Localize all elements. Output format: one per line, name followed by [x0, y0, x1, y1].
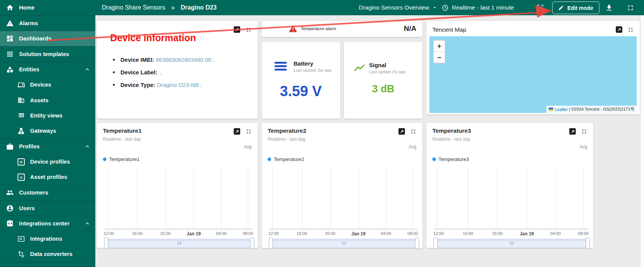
- timewindow-button[interactable]: Realtime - last 1 minute: [442, 0, 514, 15]
- fullscreen-icon[interactable]: [626, 3, 634, 12]
- legend-dot: [432, 158, 436, 161]
- scrollbar-right-handle[interactable]: [586, 238, 590, 249]
- sidebar-item-dashboards[interactable]: Dashboards: [0, 31, 95, 46]
- category-icon: [6, 66, 14, 73]
- export-icon[interactable]: [569, 128, 576, 135]
- battery-card: Battery Last update 2w ago 3.59 V: [262, 42, 340, 119]
- time-range-scrollbar[interactable]: [270, 239, 418, 248]
- chevron-up-icon: [84, 220, 91, 227]
- time-range-scrollbar[interactable]: [435, 239, 589, 248]
- sidebar-item-asset-profiles[interactable]: A Asset profiles: [0, 169, 95, 185]
- breadcrumb-root[interactable]: Dragino Share Sensors: [102, 0, 165, 15]
- temperature2-chart-card: Temperature2 Realtime - last day Avg Tem…: [262, 123, 422, 248]
- device-info-list: Device IMEI:863663062803490.00. Device L…: [112, 56, 214, 94]
- sidebar-item-integrations-center[interactable]: Integrations center: [0, 216, 95, 231]
- transform-icon: [18, 251, 25, 258]
- leaflet-link[interactable]: Leaflet: [555, 107, 567, 112]
- legend-item[interactable]: Temperature2: [268, 156, 304, 162]
- dashboard-state-label: Dragino Sensors Overview: [359, 4, 429, 11]
- export-icon[interactable]: [616, 26, 622, 33]
- map-zoom-out-button[interactable]: −: [434, 52, 445, 63]
- aggregation-label[interactable]: Avg: [580, 144, 587, 150]
- building-icon: [18, 97, 25, 104]
- temperature-alarm-card: Temperature alarm N/A: [262, 21, 422, 37]
- grid-icon: [6, 50, 14, 58]
- export-icon[interactable]: [234, 128, 240, 135]
- map-copyright: | ©2024 Tencent - GS(2023)1171号: [569, 106, 634, 112]
- sidebar-item-gateways[interactable]: Gateways: [0, 123, 95, 138]
- dashboard-icon: [6, 35, 14, 42]
- scrollbar-move-handle[interactable]: [270, 239, 418, 241]
- annotation-device-information: Device information: [110, 32, 196, 43]
- export-icon[interactable]: [398, 128, 405, 135]
- scrollbar-grip-icon: [510, 242, 514, 245]
- alarm-label: Temperature alarm: [301, 26, 336, 31]
- chart-timewindow: Realtime - last day: [103, 137, 141, 142]
- chart-title: Temperature2: [268, 127, 306, 134]
- timewindow-label: Realtime - last 1 minute: [452, 4, 514, 11]
- map-zoom-in-button[interactable]: +: [434, 40, 445, 52]
- sidebar-item-customers[interactable]: Customers: [0, 185, 95, 200]
- map-card: Tencent Map + − Leaflet | ©2024 Tencent …: [426, 21, 640, 114]
- aggregation-label[interactable]: Avg: [244, 144, 252, 150]
- scrollbar-move-handle[interactable]: [435, 239, 588, 241]
- device-label-row: Device Label:.: [112, 69, 214, 76]
- expand-icon[interactable]: [246, 129, 252, 135]
- legend-item[interactable]: Temperature3: [432, 156, 469, 162]
- sidebar-item-solution-templates[interactable]: Solution templates: [0, 46, 95, 61]
- sidebar-item-entities[interactable]: Entities: [0, 62, 95, 77]
- sidebar-item-device-profiles[interactable]: D Device profiles: [0, 154, 95, 169]
- map-zoom-control: + −: [433, 40, 445, 63]
- chart-title: Temperature1: [103, 127, 141, 134]
- time-range-scrollbar[interactable]: [105, 239, 253, 248]
- sidebar-item-entity-views[interactable]: Entity views: [0, 108, 95, 123]
- signal-icon: [354, 63, 365, 74]
- sidebar: Home Alarms Dashboards Solution template…: [0, 0, 95, 267]
- sidebar-item-home[interactable]: Home: [0, 0, 95, 15]
- signal-value: 3 dB: [344, 83, 422, 95]
- download-icon[interactable]: [605, 3, 613, 12]
- dashboard-state-select[interactable]: Dragino Sensors Overview: [359, 0, 438, 15]
- scrollbar-right-handle[interactable]: [415, 238, 419, 249]
- scrollbar-right-handle[interactable]: [250, 238, 254, 249]
- chevron-up-icon: [84, 143, 91, 150]
- legend-item[interactable]: Temperature1: [103, 156, 140, 162]
- asset-profile-icon: A: [18, 174, 25, 181]
- map-canvas[interactable]: + − Leaflet | ©2024 Tencent - GS(2023)11…: [429, 36, 637, 113]
- scrollbar-left-handle[interactable]: [104, 238, 108, 249]
- sidebar-item-users[interactable]: Users: [0, 200, 95, 216]
- devices-icon: [18, 81, 25, 88]
- export-icon[interactable]: [234, 26, 240, 33]
- x-axis-labels: 12:00 16:00 20:00 Jan 19 04:00 08:00: [104, 231, 253, 237]
- signal-card: Signal Last update 2w ago 3 dB: [344, 42, 422, 119]
- sidebar-item-integrations[interactable]: Integrations: [0, 231, 95, 246]
- scrollbar-left-handle[interactable]: [434, 238, 438, 249]
- sidebar-item-alarms[interactable]: Alarms: [0, 15, 95, 31]
- chevron-down-icon: [432, 5, 438, 11]
- page-scrollbar[interactable]: [640, 15, 644, 267]
- breadcrumb-current: Dragino D23: [181, 0, 217, 15]
- chart-title: Temperature3: [432, 127, 471, 134]
- view-quilt-icon: [18, 112, 25, 119]
- sidebar-divider: [0, 262, 95, 262]
- scrollbar-left-handle[interactable]: [269, 238, 273, 249]
- leaflet-flag-icon: [549, 108, 553, 111]
- people-icon: [6, 189, 14, 196]
- scrollbar-move-handle[interactable]: [106, 239, 253, 241]
- edit-mode-button[interactable]: Edit mode: [552, 2, 599, 14]
- sidebar-item-data-converters[interactable]: Data converters: [0, 246, 95, 262]
- expand-icon[interactable]: [246, 27, 252, 33]
- device-imei-value[interactable]: 863663062803490.00: [156, 56, 211, 63]
- aggregation-label[interactable]: Avg: [409, 144, 416, 150]
- warning-icon: [6, 19, 14, 27]
- sidebar-item-assets[interactable]: Assets: [0, 92, 95, 108]
- map-attribution: Leaflet | ©2024 Tencent - GS(2023)1171号: [546, 106, 637, 113]
- expand-icon[interactable]: [581, 129, 587, 135]
- device-profile-icon: D: [18, 158, 25, 166]
- expand-icon[interactable]: [628, 27, 634, 33]
- sidebar-item-profiles[interactable]: Profiles: [0, 139, 95, 154]
- screenshot-icon[interactable]: [536, 3, 544, 12]
- expand-icon[interactable]: [410, 129, 416, 135]
- device-type-value[interactable]: Dragino D23-NB: [157, 82, 199, 88]
- sidebar-item-devices[interactable]: Devices: [0, 77, 95, 92]
